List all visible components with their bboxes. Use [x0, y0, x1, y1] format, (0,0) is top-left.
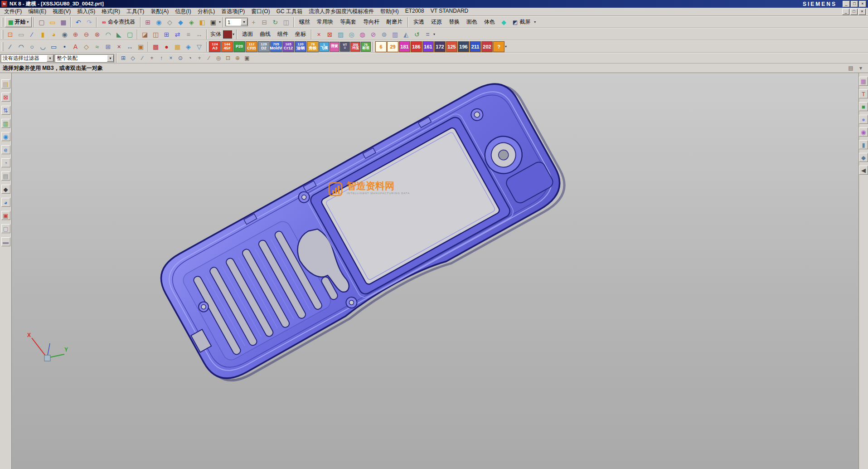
pan-view-icon[interactable]: + — [248, 17, 259, 27]
screw-button[interactable]: 螺丝 — [296, 17, 313, 27]
csys-button[interactable]: 坐标 — [292, 29, 309, 39]
color-swatch-211[interactable]: 211 — [470, 41, 481, 52]
selection-filter-combo[interactable]: 没有选择过滤器 ▾ — [0, 54, 54, 63]
constraint-navigator-icon[interactable]: ⊠ — [1, 93, 10, 102]
gem-icon[interactable]: ◆ — [499, 17, 509, 27]
window-layout-icon[interactable]: ▢ — [1, 224, 10, 233]
face-analysis-icon[interactable]: ◧ — [197, 17, 208, 27]
point-on-face-icon[interactable]: ◎ — [214, 54, 223, 63]
menu-preferences[interactable]: 首选项(P) — [218, 7, 248, 16]
toolbar-grip[interactable] — [2, 42, 3, 51]
chevron-down-icon[interactable]: ▾ — [107, 55, 114, 62]
window-close-button[interactable]: × — [859, 1, 866, 7]
finish-sketch-icon[interactable]: ▣ — [136, 41, 146, 52]
enable-snap-icon[interactable]: ◇ — [128, 54, 137, 63]
open-file-icon[interactable]: ▭ — [47, 17, 58, 27]
assembly-navigator-icon[interactable]: ▤ — [1, 79, 10, 88]
object-display-icon[interactable]: ◭ — [401, 29, 411, 39]
unite-icon[interactable]: ⊕ — [70, 29, 81, 39]
snap-point-icon[interactable]: ⊞ — [119, 54, 128, 63]
menu-analysis[interactable]: 分析(L) — [194, 7, 218, 16]
graphics-window[interactable]: 智造资料网 INTELLIGENT MANUFACTURING DATA X Y — [12, 73, 858, 469]
mold-core-icon[interactable]: ▦ — [172, 41, 183, 52]
color-swatch-6[interactable]: 6 — [375, 41, 387, 52]
datum-csys-icon[interactable]: ⊡ — [5, 29, 15, 39]
history-icon[interactable]: ◔ — [1, 158, 10, 167]
revolve-icon[interactable]: ◕ — [48, 29, 59, 39]
pattern-curve-icon[interactable]: ⊞ — [103, 41, 113, 52]
material-112-crb[interactable]: 112 CRB — [246, 41, 257, 52]
move-object-icon[interactable]: ⊚ — [379, 29, 389, 39]
polygon-icon[interactable]: ◇ — [81, 41, 92, 52]
redo-icon[interactable]: ↷ — [84, 17, 94, 27]
screenshot-button[interactable]: ◩ 截屏 — [509, 17, 533, 27]
color-swatch-29[interactable]: 29 — [387, 41, 398, 52]
point-on-curve-icon[interactable]: ∕ — [204, 54, 213, 63]
prompt-options-icon[interactable]: ▾ — [856, 64, 865, 73]
toolbar-overflow-icon[interactable]: ▾ — [534, 20, 536, 24]
system-scene-icon[interactable]: ▣ — [1, 211, 10, 220]
offset-surface-icon[interactable]: ◎ — [346, 29, 357, 39]
menu-view[interactable]: 视图(V) — [49, 7, 74, 16]
menu-et2008[interactable]: ET2008 — [402, 7, 427, 16]
isometric-view-icon[interactable]: ◆ — [175, 17, 186, 27]
sphere-set-icon[interactable]: ◉ — [859, 127, 868, 137]
ejector-icon[interactable]: ▽ — [194, 41, 204, 52]
quadrant-point-icon[interactable]: ◔ — [185, 54, 194, 63]
guide-pillar-button[interactable]: 导向杆 — [360, 17, 383, 27]
component-button[interactable]: 组件 — [274, 29, 291, 39]
select-face-button[interactable]: 选面 — [239, 29, 256, 39]
menu-auto-mold-standard-parts[interactable]: 流浪人异乡国度汽模标准件 — [305, 7, 377, 16]
rotate-view-icon[interactable]: ↻ — [270, 17, 281, 27]
face-color-button[interactable]: 面色 — [463, 17, 480, 27]
annotation-icon[interactable]: T — [859, 89, 868, 98]
mdi-minimize-button[interactable]: _ — [842, 9, 849, 15]
fit-view-icon[interactable]: ⊞ — [143, 17, 153, 27]
chevron-down-icon[interactable]: ▾ — [219, 20, 221, 24]
mdi-restore-button[interactable]: □ — [850, 9, 858, 15]
shell-icon[interactable]: ▢ — [125, 29, 135, 39]
wave-link-icon[interactable]: ▨ — [335, 29, 346, 39]
arc-center-icon[interactable]: ⊙ — [176, 54, 185, 63]
intersection-icon[interactable]: × — [166, 54, 175, 63]
material-vt[interactable]: VT ≡ — [340, 42, 350, 52]
material-spring[interactable]: 弹簧 — [330, 42, 339, 52]
hd3d-tool-icon[interactable]: ◉ — [1, 132, 10, 141]
part-model[interactable] — [12, 73, 858, 469]
material-144-45[interactable]: 144 45# — [221, 41, 233, 52]
menu-information[interactable]: 信息(I) — [172, 7, 194, 16]
save-icon[interactable]: ▦ — [58, 17, 68, 27]
chevron-down-icon[interactable]: ▾ — [233, 32, 234, 36]
material-705-moldv[interactable]: 705 MoldV — [270, 41, 282, 52]
subtract-icon[interactable]: ⊖ — [81, 29, 92, 39]
mdi-close-button[interactable]: × — [858, 9, 866, 15]
replace-button[interactable]: 替换 — [446, 17, 463, 27]
color-swatch-161[interactable]: 161 — [422, 41, 434, 52]
start-button[interactable]: ▦ 开始 ▾ — [5, 17, 32, 27]
intersect-icon[interactable]: ⊗ — [92, 29, 102, 39]
body-color-button[interactable]: 体色 — [481, 17, 498, 27]
toolbar-overflow-icon[interactable]: ▾ — [505, 44, 507, 49]
thread-icon[interactable]: ≡ — [183, 29, 194, 39]
text-tool-icon[interactable]: A — [70, 41, 81, 52]
edge-blend-icon[interactable]: ◠ — [103, 29, 113, 39]
delete-face-icon[interactable]: × — [314, 29, 324, 39]
perspective-view-icon[interactable]: ◫ — [281, 17, 291, 27]
end-point-icon[interactable]: ∕ — [138, 54, 147, 63]
web-browser-icon[interactable]: e — [1, 145, 10, 154]
menu-format[interactable]: 格式(R) — [98, 7, 123, 16]
mid-point-icon[interactable]: + — [147, 54, 156, 63]
new-file-icon[interactable]: ▢ — [36, 17, 47, 27]
menu-insert[interactable]: 插入(S) — [74, 7, 98, 16]
patch-icon[interactable]: ⊘ — [368, 29, 378, 39]
collapse-panel-icon[interactable]: ◀ — [859, 166, 868, 175]
point-icon[interactable]: • — [59, 41, 70, 52]
layer-combo[interactable]: 1 ▾ — [225, 18, 248, 26]
menu-gc-toolbox[interactable]: GC 工具箱 — [273, 7, 305, 16]
wcs-snap-icon[interactable]: ⊕ — [233, 54, 242, 63]
chevron-down-icon[interactable]: ▾ — [47, 55, 53, 62]
snap-settings-icon[interactable]: ▣ — [242, 54, 252, 63]
parting-icon[interactable]: ◈ — [183, 41, 194, 52]
command-finder-button[interactable]: ∞ 命令查找器 — [99, 17, 138, 27]
material-120-oil-steel[interactable]: 120 油钢 — [295, 41, 306, 52]
